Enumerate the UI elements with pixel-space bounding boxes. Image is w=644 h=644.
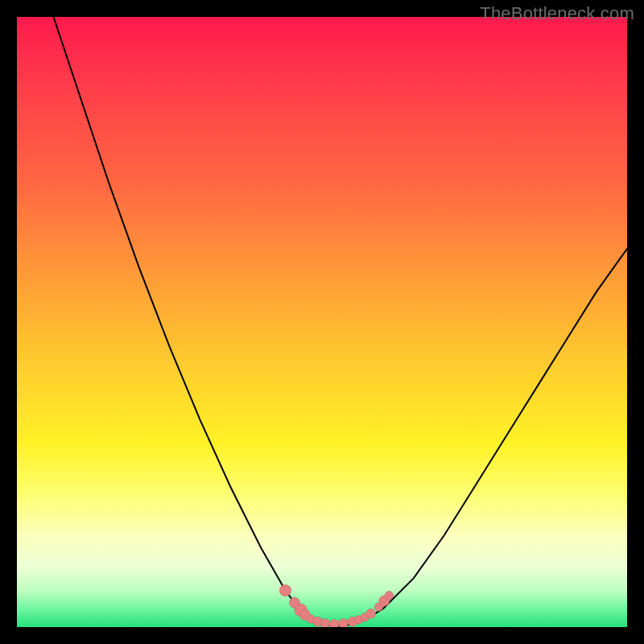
valley-marker — [385, 592, 393, 600]
valley-marker — [320, 619, 330, 627]
curve-path — [54, 17, 628, 626]
watermark-text: TheBottleneck.com — [480, 3, 634, 24]
valley-markers — [280, 585, 394, 628]
valley-marker — [280, 585, 291, 597]
chart-svg — [17, 17, 627, 627]
chart-plot-area — [17, 17, 627, 627]
chart-frame: TheBottleneck.com — [0, 0, 644, 644]
valley-marker — [366, 609, 376, 619]
bottleneck-curve — [54, 17, 628, 626]
valley-marker — [329, 619, 339, 627]
valley-marker — [339, 619, 349, 627]
